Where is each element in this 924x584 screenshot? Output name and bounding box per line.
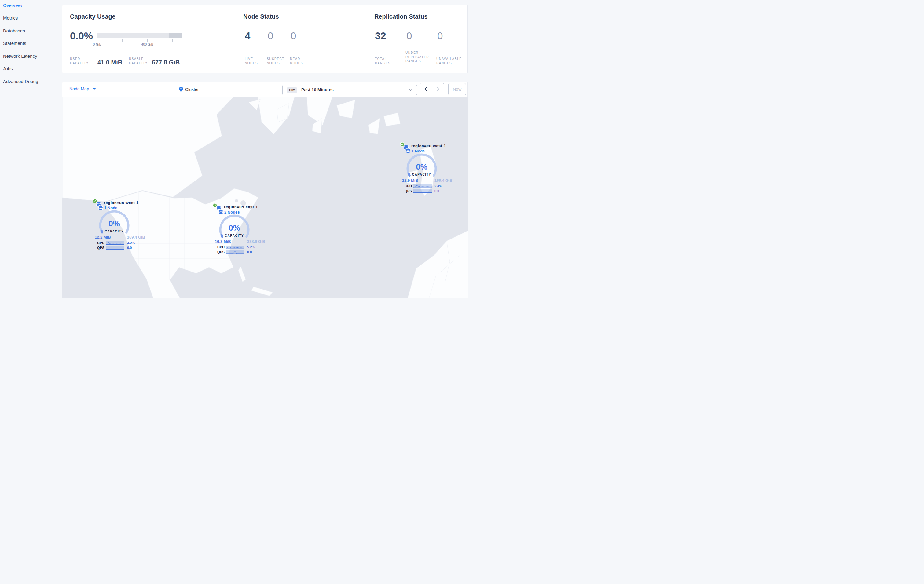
cpu-label: CPU bbox=[97, 241, 104, 245]
capacity-axis-tick bbox=[147, 39, 148, 42]
qps-sparkline bbox=[413, 189, 432, 193]
usable-capacity-value: 677.8 GiB bbox=[152, 59, 180, 66]
qps-value: 0.0 bbox=[247, 250, 252, 254]
node-map-card: Node Map Cluster 10m Past 10 Minutes bbox=[62, 82, 468, 298]
used-capacity-label: USED CAPACITY bbox=[70, 57, 89, 65]
region-usable-capacity: 169.4 GiB bbox=[121, 235, 145, 239]
cluster-summary-card: Capacity Usage 0.0% 0 GiB 400 GiB USED C… bbox=[62, 5, 468, 73]
sidebar-item-metrics[interactable]: Metrics bbox=[3, 15, 58, 21]
view-mode-dropdown[interactable]: Node Map bbox=[69, 86, 96, 91]
live-nodes-count: 4 bbox=[245, 30, 250, 42]
time-step-buttons bbox=[419, 83, 444, 95]
region-usable-capacity: 338.9 GiB bbox=[241, 239, 265, 244]
qps-row: QPS 0.0 bbox=[212, 250, 285, 255]
unavailable-ranges-label: UNAVAILABLE RANGES bbox=[436, 57, 462, 65]
sidebar-item-advanced-debug[interactable]: Advanced Debug bbox=[3, 79, 58, 85]
now-button[interactable]: Now bbox=[448, 83, 466, 95]
sidebar-item-network-latency[interactable]: Network Latency bbox=[3, 53, 58, 59]
region-usable-capacity: 169.4 GiB bbox=[428, 178, 452, 183]
capacity-axis-tick bbox=[97, 39, 97, 42]
view-mode-label: Node Map bbox=[69, 86, 89, 91]
capacity-usage-title: Capacity Usage bbox=[70, 13, 116, 20]
time-range-badge: 10m bbox=[287, 87, 297, 93]
db-console-overview-page: Overview Metrics Databases Statements Ne… bbox=[0, 0, 472, 303]
gauge-percent: 0% bbox=[229, 223, 240, 232]
dead-nodes-count: 0 bbox=[290, 30, 296, 42]
under-replicated-ranges-label: UNDER- REPLICATED RANGES bbox=[406, 51, 429, 64]
qps-row: QPS 0.0 bbox=[92, 246, 165, 250]
cpu-label: CPU bbox=[217, 245, 224, 249]
region-marker-eu-west-1: region=eu-west-1 1 Node 0% CAPACITY 12.5… bbox=[399, 141, 468, 196]
capacity-axis-tick bbox=[172, 39, 173, 42]
region-marker-us-east-1: region=us-east-1 2 Nodes 0% CAPACITY 16.… bbox=[212, 202, 285, 257]
capacity-axis-label-400: 400 GiB bbox=[138, 43, 157, 46]
region-used-capacity: 12.5 MiB bbox=[402, 178, 427, 183]
suspect-nodes-label: SUSPECT NODES bbox=[267, 57, 284, 65]
qps-label: QPS bbox=[404, 189, 412, 193]
gauge-capacity-label: CAPACITY bbox=[105, 230, 124, 233]
node-map-toolbar: Node Map Cluster 10m Past 10 Minutes bbox=[62, 82, 468, 97]
chevron-right-icon bbox=[437, 87, 439, 91]
cpu-sparkline bbox=[413, 184, 432, 188]
unavailable-ranges-count: 0 bbox=[437, 30, 443, 42]
world-map[interactable]: region=us-west-1 1 Node 0% CAPACITY 12.2… bbox=[62, 97, 468, 298]
qps-value: 0.0 bbox=[434, 189, 439, 193]
cpu-sparkline bbox=[226, 245, 244, 249]
under-replicated-ranges-count: 0 bbox=[406, 30, 412, 42]
dropdown-triangle-icon bbox=[93, 88, 96, 90]
sidebar-item-databases[interactable]: Databases bbox=[3, 28, 58, 34]
region-used-capacity: 16.3 MiB bbox=[215, 239, 239, 244]
region-marker-us-west-1: region=us-west-1 1 Node 0% CAPACITY 12.2… bbox=[92, 197, 165, 253]
suspect-nodes-count: 0 bbox=[268, 30, 273, 42]
capacity-used-percent: 0.0% bbox=[70, 30, 93, 42]
gauge-percent: 0% bbox=[416, 162, 427, 171]
used-capacity-value: 41.0 MiB bbox=[97, 59, 122, 66]
qps-label: QPS bbox=[97, 246, 104, 250]
time-range-label: Past 10 Minutes bbox=[301, 85, 334, 95]
qps-row: QPS 0.0 bbox=[399, 189, 468, 193]
capacity-bar-reserved-segment bbox=[169, 33, 182, 38]
dead-nodes-label: DEAD NODES bbox=[290, 57, 303, 65]
cpu-value: 2.4% bbox=[434, 184, 442, 188]
cpu-value: 3.2% bbox=[127, 241, 135, 245]
cpu-row: CPU 2.4% bbox=[399, 184, 468, 188]
total-ranges-count: 32 bbox=[375, 30, 386, 42]
sidebar: Overview Metrics Databases Statements Ne… bbox=[0, 0, 62, 303]
usable-capacity-label: USABLE CAPACITY bbox=[129, 57, 148, 65]
cpu-sparkline bbox=[106, 241, 124, 245]
qps-value: 0.0 bbox=[127, 246, 132, 250]
region-used-capacity: 12.2 MiB bbox=[95, 235, 119, 239]
gauge-capacity-label: CAPACITY bbox=[225, 234, 244, 237]
breadcrumb[interactable]: Cluster bbox=[179, 87, 199, 92]
qps-label: QPS bbox=[217, 250, 224, 254]
chevron-left-icon bbox=[424, 87, 427, 91]
total-ranges-label: TOTAL RANGES bbox=[375, 57, 391, 65]
gauge-capacity-label: CAPACITY bbox=[412, 173, 431, 176]
sidebar-item-statements[interactable]: Statements bbox=[3, 41, 58, 47]
time-back-button[interactable] bbox=[420, 83, 432, 95]
region-label: region=eu-west-1 bbox=[411, 143, 446, 148]
sidebar-item-jobs[interactable]: Jobs bbox=[3, 66, 58, 72]
region-label: region=us-west-1 bbox=[104, 201, 139, 205]
cpu-value: 5.2% bbox=[247, 245, 255, 249]
cpu-row: CPU 5.2% bbox=[212, 245, 285, 250]
qps-sparkline bbox=[226, 250, 244, 254]
time-range-select[interactable]: 10m Past 10 Minutes bbox=[282, 85, 417, 95]
cpu-label: CPU bbox=[404, 184, 412, 188]
chevron-down-icon bbox=[409, 89, 412, 91]
capacity-axis-label-0: 0 GiB bbox=[91, 43, 103, 46]
time-forward-button[interactable] bbox=[432, 83, 444, 95]
gauge-percent: 0% bbox=[109, 219, 120, 228]
node-status-title: Node Status bbox=[243, 13, 279, 20]
sidebar-item-overview[interactable]: Overview bbox=[3, 3, 58, 9]
breadcrumb-label: Cluster bbox=[185, 87, 199, 92]
region-label: region=us-east-1 bbox=[224, 205, 258, 209]
qps-sparkline bbox=[106, 246, 124, 250]
replication-status-title: Replication Status bbox=[374, 13, 427, 20]
map-pin-icon bbox=[179, 87, 183, 92]
toolbar-divider bbox=[278, 83, 278, 96]
live-nodes-label: LIVE NODES bbox=[245, 57, 258, 65]
cpu-row: CPU 3.2% bbox=[92, 241, 165, 245]
